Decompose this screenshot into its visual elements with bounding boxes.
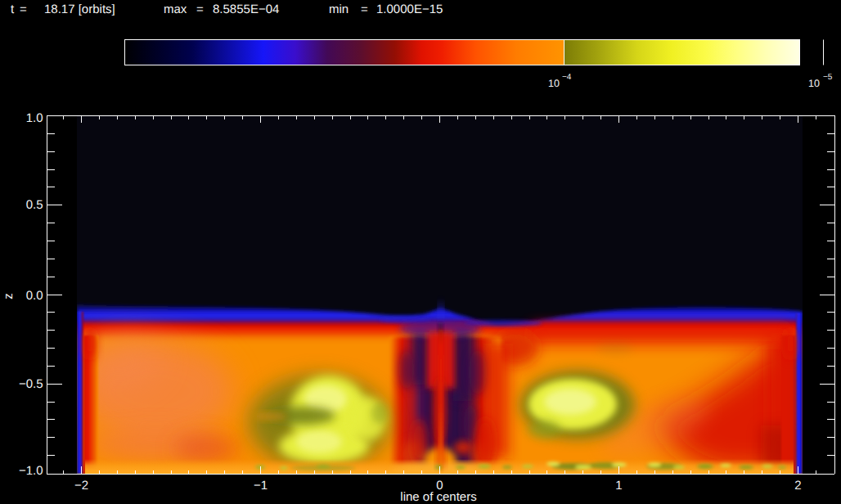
svg-text:−4: −4 bbox=[562, 73, 572, 82]
svg-text:=: = bbox=[196, 2, 204, 16]
svg-text:−2: −2 bbox=[74, 479, 88, 493]
svg-text:max: max bbox=[164, 2, 187, 16]
svg-text:1.0: 1.0 bbox=[26, 111, 43, 125]
svg-text:1.0000E−15: 1.0000E−15 bbox=[376, 2, 443, 16]
svg-text:=: = bbox=[361, 2, 368, 16]
svg-text:−1.0: −1.0 bbox=[19, 464, 43, 478]
svg-text:=: = bbox=[20, 2, 27, 16]
svg-text:1: 1 bbox=[615, 479, 622, 493]
svg-text:−5: −5 bbox=[823, 73, 833, 82]
svg-text:z: z bbox=[2, 293, 16, 299]
svg-text:10: 10 bbox=[808, 78, 820, 89]
svg-text:18.17 [orbits]: 18.17 [orbits] bbox=[44, 2, 115, 16]
svg-text:2: 2 bbox=[794, 479, 801, 493]
svg-text:8.5855E−04: 8.5855E−04 bbox=[213, 2, 279, 16]
svg-text:0.5: 0.5 bbox=[26, 198, 43, 212]
svg-text:10: 10 bbox=[548, 78, 560, 89]
svg-text:0.0: 0.0 bbox=[26, 289, 43, 303]
svg-text:line of centers: line of centers bbox=[400, 490, 476, 504]
svg-text:min: min bbox=[329, 2, 349, 16]
svg-text:−1: −1 bbox=[254, 479, 268, 493]
svg-text:−0.5: −0.5 bbox=[19, 377, 43, 391]
